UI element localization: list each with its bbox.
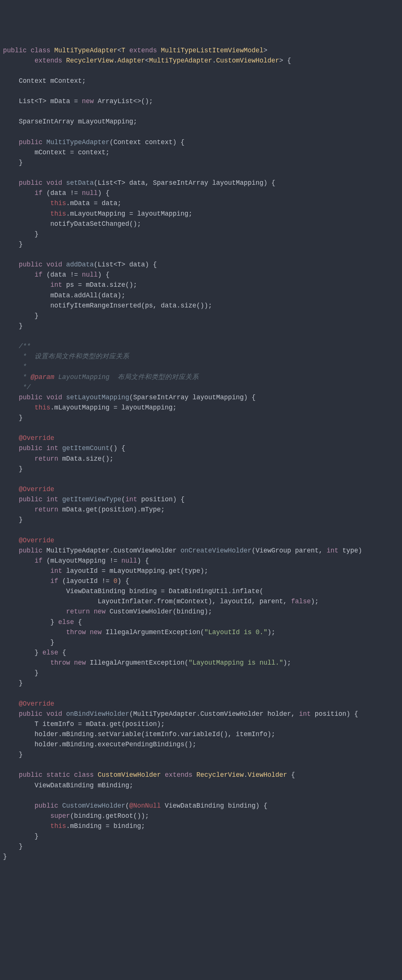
code-line: } [3, 312, 39, 320]
code-editor: public class MultiTypeAdapter<T extends … [3, 46, 399, 862]
code-line: if (mLayoutMapping != null) { [3, 557, 149, 565]
code-line: Context mContext; [3, 77, 86, 85]
code-line: public void setData(List<T> data, Sparse… [3, 179, 275, 187]
code-line: List<T> mData = new ArrayList<>(); [3, 97, 153, 105]
code-line: } [3, 669, 39, 677]
code-line: throw new IllegalArgumentException("Layo… [3, 659, 291, 667]
code-line: public CustomViewHolder(@NonNull ViewDat… [3, 802, 267, 810]
code-line: } [3, 159, 23, 166]
code-line: } [3, 843, 23, 850]
comment-line: * 设置布局文件和类型的对应关系 [3, 353, 129, 360]
code-line: public static class CustomViewHolder ext… [3, 771, 295, 779]
code-line: if (data != null) { [3, 271, 110, 278]
code-line: this.mLayoutMapping = layoutMapping; [3, 404, 177, 411]
comment-line: */ [3, 383, 31, 391]
comment-line: * [3, 363, 27, 370]
code-line: mData.addAll(data); [3, 292, 125, 299]
annotation-line: @Override [3, 700, 54, 708]
code-line: SparseIntArray mLayoutMapping; [3, 118, 137, 125]
code-line: public void addData(List<T> data) { [3, 261, 157, 268]
code-line: notifyDataSetChanged(); [3, 220, 141, 228]
code-line: public MultiTypeAdapter(Context context)… [3, 138, 184, 146]
code-line: } else { [3, 649, 66, 656]
code-line: } [3, 639, 54, 646]
code-line: return mData.get(position).mType; [3, 506, 165, 513]
code-line: this.mLayoutMapping = layoutMapping; [3, 210, 192, 218]
code-line: } [3, 832, 39, 840]
code-line: extends RecyclerView.Adapter<MultiTypeAd… [3, 57, 291, 64]
code-line: return new CustomViewHolder(binding); [3, 608, 212, 615]
code-line: holder.mBinding.setVariable(itemInfo.var… [3, 730, 275, 738]
code-line: this.mData = data; [3, 199, 121, 207]
code-line: public void onBindViewHolder(MultiTypeAd… [3, 710, 358, 718]
code-line: ViewDataBinding mBinding; [3, 782, 133, 789]
annotation-line: @Override [3, 485, 54, 493]
code-line: } [3, 465, 23, 473]
code-line: } else { [3, 618, 82, 626]
code-line: throw new IllegalArgumentException("Layo… [3, 628, 275, 636]
code-line: } [3, 679, 23, 687]
code-line: } [3, 240, 23, 248]
code-line: if (layoutId != 0) { [3, 578, 129, 585]
code-line: } [3, 414, 23, 422]
comment-line: * @param LayoutMapping 布局文件和类型的对应关系 [3, 373, 199, 381]
code-line: } [3, 322, 23, 330]
code-line: public class MultiTypeAdapter<T extends … [3, 47, 267, 54]
code-line: } [3, 751, 23, 758]
code-line: public int getItemCount() { [3, 444, 125, 452]
comment-line: /** [3, 342, 31, 350]
code-line: } [3, 853, 7, 860]
code-line: public void setLayoutMapping(SparseIntAr… [3, 394, 255, 401]
code-line: mContext = context; [3, 149, 110, 156]
code-line: ViewDataBinding binding = DataBindingUti… [3, 587, 263, 595]
code-line: } [3, 230, 39, 238]
code-line: return mData.size(); [3, 455, 114, 463]
annotation-line: @Override [3, 537, 54, 544]
code-line: LayoutInflater.from(mContext), layoutId,… [3, 598, 318, 605]
code-line: notifyItemRangeInserted(ps, data.size())… [3, 302, 212, 309]
annotation-line: @Override [3, 434, 54, 442]
code-line: public MultiTypeAdapter.CustomViewHolder… [3, 547, 362, 554]
code-line: holder.mBinding.executePendingBindings()… [3, 741, 196, 748]
code-line: if (data != null) { [3, 189, 110, 197]
code-line: public int getItemViewType(int position)… [3, 496, 184, 503]
code-line: int layoutId = mLayoutMapping.get(type); [3, 567, 208, 575]
code-line: int ps = mData.size(); [3, 281, 137, 289]
code-line: super(binding.getRoot()); [3, 812, 149, 820]
code-line: T itemInfo = mData.get(position); [3, 720, 165, 728]
code-line: } [3, 516, 23, 523]
code-line: this.mBinding = binding; [3, 822, 145, 830]
